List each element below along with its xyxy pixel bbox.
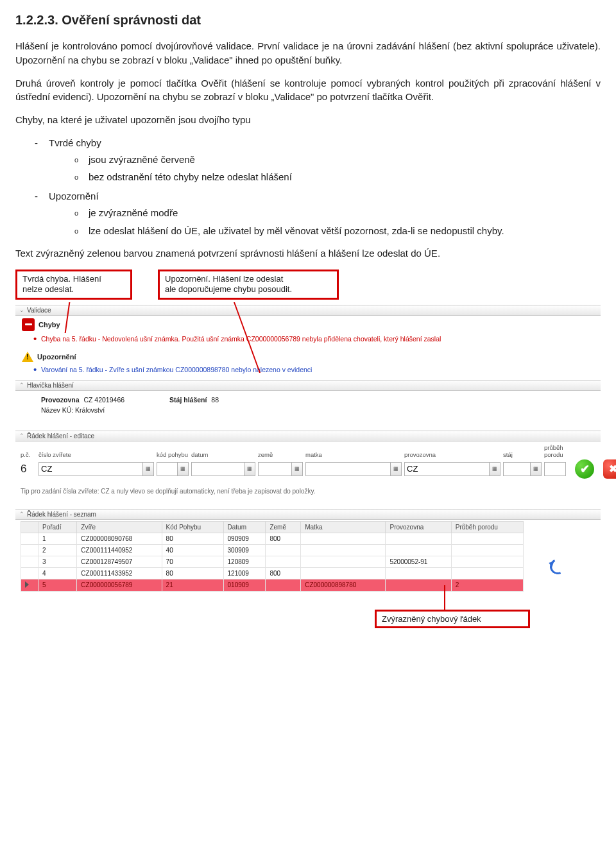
paragraph-2: Druhá úroveň kontroly je pomocí tlačítka… bbox=[15, 76, 601, 105]
col-kod: kód pohybu bbox=[157, 451, 189, 458]
col-zeme: země bbox=[258, 451, 303, 458]
warnings-point-1: je zvýrazněné modře bbox=[74, 206, 601, 220]
paragraph-1: Hlášení je kontrolováno pomocí dvojúrovň… bbox=[15, 39, 601, 67]
datum-input[interactable] bbox=[191, 462, 244, 476]
panel-seznam-title: Řádek hlášení - seznam bbox=[27, 511, 96, 518]
annotation-row: Tvrdá chyba. Hlášení nelze odeslat. Upoz… bbox=[15, 270, 601, 300]
zeme-input[interactable] bbox=[258, 462, 292, 476]
th-matka: Matka bbox=[301, 521, 386, 533]
annot-left-l2: nelze odeslat. bbox=[22, 284, 74, 294]
hard-errors-point-1: jsou zvýrazněné červeně bbox=[74, 153, 601, 167]
header-info: Provozovna CZ 42019466 Název KÚ: Královs… bbox=[15, 391, 601, 419]
chevron-icon: ⌃ bbox=[19, 432, 24, 439]
table-row[interactable]: 2CZ00011144095240300909 bbox=[21, 544, 524, 556]
row-pointer-icon bbox=[25, 581, 29, 588]
staj-input[interactable] bbox=[503, 462, 531, 476]
green-text-note: Text zvýrazněný zelenou barvou znamená p… bbox=[15, 246, 601, 261]
th-datum: Datum bbox=[223, 521, 266, 533]
warning-item-1: Varování na 5. řádku - Zvíře s ušní znám… bbox=[33, 366, 601, 373]
calendar-icon[interactable]: ▦ bbox=[244, 462, 255, 476]
th-zeme: Země bbox=[266, 521, 301, 533]
errors-header: Chyby bbox=[15, 316, 601, 334]
annot-left-l1: Tvrdá chyba. Hlášení bbox=[22, 274, 101, 284]
annotation-error-row: Zvýrazněný chybový řádek bbox=[375, 610, 530, 628]
prov-label: Provozovna bbox=[41, 396, 80, 404]
warnings-label-shot: Upozornění bbox=[37, 353, 76, 361]
nazev-label: Název KÚ: bbox=[41, 406, 73, 414]
warnings-label: Upozornění bbox=[49, 191, 99, 201]
kod-pohybu-input[interactable] bbox=[157, 462, 178, 476]
th-poradi: Pořadí bbox=[38, 521, 77, 533]
th-kod: Kód Pohybu bbox=[162, 521, 223, 533]
provozovna-input[interactable] bbox=[404, 462, 490, 476]
hard-errors-label: Tvrdé chyby bbox=[49, 137, 101, 148]
error-item-1: Chyba na 5. řádku - Nedovolená ušní znám… bbox=[33, 335, 601, 343]
annotation-hard-error: Tvrdá chyba. Hlášení nelze odeslat. bbox=[15, 270, 132, 300]
chevron-icon: ⌃ bbox=[19, 382, 24, 388]
staj-label: Stáj hlášení bbox=[169, 396, 207, 404]
th-porod: Průběh porodu bbox=[451, 521, 524, 533]
staj-value: 88 bbox=[211, 396, 219, 404]
th-provoz: Provozovna bbox=[386, 521, 451, 533]
table-row[interactable]: 1CZ00000809076880090909800 bbox=[21, 533, 524, 544]
panel-seznam-head[interactable]: ⌃ Řádek hlášení - seznam bbox=[15, 509, 601, 520]
dropdown-icon[interactable]: ▦ bbox=[490, 462, 501, 476]
panel-validace-title: Validace bbox=[27, 307, 51, 314]
col-pc: p.č. bbox=[21, 451, 36, 458]
warning-icon bbox=[22, 352, 33, 362]
table-row[interactable]: 3CZ0001287495077012080952000052-91 bbox=[21, 556, 524, 567]
col-matka: matka bbox=[305, 451, 402, 458]
hard-errors-point-2: bez odstranění této chyby nelze odeslat … bbox=[74, 170, 601, 184]
errors-label: Chyby bbox=[38, 321, 60, 329]
rows-table: Pořadí Zvíře Kód Pohybu Datum Země Matka… bbox=[21, 521, 524, 592]
col-cislo: číslo zvířete bbox=[38, 451, 154, 458]
dropdown-icon[interactable]: ▦ bbox=[391, 462, 402, 476]
panel-edit-head[interactable]: ⌃ Řádek hlášení - editace bbox=[15, 431, 601, 441]
undo-icon bbox=[548, 556, 568, 576]
connector-line-bottom bbox=[444, 585, 445, 611]
dropdown-icon[interactable]: ▦ bbox=[292, 462, 303, 476]
edit-row-number: 6 bbox=[21, 463, 36, 475]
annot-right-l1: Upozornění. Hlášení lze odeslat bbox=[165, 274, 283, 284]
col-staj: stáj bbox=[503, 451, 542, 458]
error-list: Chyba na 5. řádku - Nedovolená ušní znám… bbox=[15, 335, 601, 343]
cislo-zvirete-input[interactable] bbox=[38, 462, 143, 476]
col-provoz: provozovna bbox=[404, 451, 501, 458]
warnings-header: Upozornění bbox=[15, 349, 601, 364]
prov-value: CZ 42019466 bbox=[83, 396, 124, 404]
dropdown-icon[interactable]: ▦ bbox=[178, 462, 189, 476]
col-porod: průběh porodu bbox=[544, 444, 572, 458]
porod-input[interactable] bbox=[544, 462, 566, 476]
warning-list: Varování na 5. řádku - Zvíře s ušní znám… bbox=[15, 366, 601, 373]
panel-hlavicka-title: Hlavička hlášení bbox=[27, 382, 74, 389]
undo-button[interactable] bbox=[549, 558, 566, 575]
dropdown-icon[interactable]: ▦ bbox=[143, 462, 154, 476]
chevron-icon: ⌄ bbox=[19, 307, 24, 313]
confirm-button[interactable] bbox=[575, 459, 594, 479]
col-datum: datum bbox=[191, 451, 255, 458]
panel-validace-head[interactable]: ⌄ Validace bbox=[15, 305, 601, 316]
table-row[interactable]: 4CZ00011143395280121009800 bbox=[21, 567, 524, 579]
th-zvire: Zvíře bbox=[77, 521, 162, 533]
cancel-button[interactable] bbox=[603, 459, 616, 479]
tip-text: Tip pro zadání čísla zvířete: CZ a nuly … bbox=[15, 484, 601, 497]
section-heading: 1.2.2.3. Ověření správnosti dat bbox=[15, 13, 601, 28]
errors-intro: Chyby, na které je uživatel upozorněn js… bbox=[15, 113, 601, 127]
edit-row-wrapper: p.č. číslo zvířete kód pohybu datum země… bbox=[15, 441, 601, 484]
panel-hlavicka-head[interactable]: ⌃ Hlavička hlášení bbox=[15, 380, 601, 391]
stop-icon bbox=[22, 318, 35, 331]
warnings-point-2: lze odeslat hlášení do ÚE, ale uživatel … bbox=[74, 224, 601, 238]
matka-input[interactable] bbox=[305, 462, 391, 476]
dropdown-icon[interactable]: ▦ bbox=[531, 462, 542, 476]
error-types-list: Tvrdé chyby jsou zvýrazněné červeně bez … bbox=[15, 136, 601, 238]
nazev-value: Království bbox=[75, 406, 105, 414]
chevron-icon: ⌃ bbox=[19, 511, 24, 517]
screenshot-area: ⌄ Validace Chyby Chyba na 5. řádku - Ned… bbox=[15, 305, 601, 592]
panel-edit-title: Řádek hlášení - editace bbox=[27, 432, 94, 440]
annotation-warning: Upozornění. Hlášení lze odeslat ale dopo… bbox=[158, 270, 339, 300]
annot-right-l2: ale doporučujeme chybu posoudit. bbox=[165, 284, 292, 294]
table-row[interactable]: 5CZ00000005678921010909CZ0000008987802 bbox=[21, 579, 524, 591]
